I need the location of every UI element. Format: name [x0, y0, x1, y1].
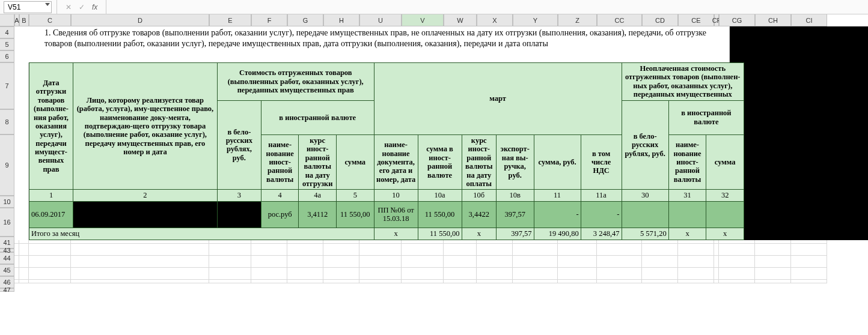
- worksheet: 4567891016414344454647 ABCDEFGHUVWXYZCCC…: [0, 14, 868, 292]
- col-header-X[interactable]: X: [477, 14, 513, 26]
- col-header-U[interactable]: U: [359, 14, 402, 26]
- col-header-W[interactable]: W: [444, 14, 477, 26]
- cell-30[interactable]: [622, 201, 668, 228]
- cell-currency[interactable]: рос.руб: [261, 201, 299, 228]
- confirm-icon[interactable]: ✓: [75, 3, 88, 11]
- cancel-icon[interactable]: ✕: [62, 3, 75, 11]
- column-headers: ABCDEFGHUVWXYZCCCDCECFCGCHCI: [14, 14, 868, 26]
- table-row: 06.09.2017 рос.руб 3,4112 11 550,00 ПП №…: [29, 201, 744, 228]
- cell-vat[interactable]: -: [581, 201, 622, 228]
- col-header-C[interactable]: C: [29, 14, 71, 26]
- cell-32[interactable]: [706, 201, 744, 228]
- col-header-V[interactable]: V: [402, 14, 444, 26]
- row-header-44[interactable]: 44: [0, 252, 14, 264]
- cell-person-redacted[interactable]: [73, 201, 218, 228]
- col-header-CG[interactable]: CG: [719, 14, 755, 26]
- row-header-6[interactable]: 6: [0, 50, 14, 62]
- hdr-month: март: [374, 63, 622, 135]
- row-header-4[interactable]: 4: [0, 26, 14, 38]
- cell-rate-pay[interactable]: 3,4422: [462, 201, 496, 228]
- cell-sum[interactable]: 11 550,00: [336, 201, 374, 228]
- col-header-CH[interactable]: CH: [755, 14, 791, 26]
- cell-export[interactable]: 397,57: [496, 201, 534, 228]
- col-header-Y[interactable]: Y: [513, 14, 558, 26]
- hdr-foreign2: в иностранной валюте: [668, 100, 744, 135]
- hdr-sum: сумма: [336, 135, 374, 190]
- hdr-foreign: в иностранной валюте: [261, 100, 374, 135]
- row-header-47[interactable]: 47: [0, 288, 14, 292]
- col-header-CC[interactable]: CC: [597, 14, 642, 26]
- col-header-H[interactable]: H: [323, 14, 359, 26]
- hdr-sum-foreign: сумма в иност-ранной валюте: [418, 135, 462, 190]
- cell-sum-foreign[interactable]: 11 550,00: [418, 201, 462, 228]
- row-header-45[interactable]: 45: [0, 264, 14, 276]
- row-header-8[interactable]: 8: [0, 109, 14, 134]
- select-all-corner[interactable]: [0, 14, 14, 26]
- row-header-10[interactable]: 10: [0, 196, 14, 208]
- hdr-cost: Стоимость отгруженных товаров (выполненн…: [217, 63, 374, 101]
- hdr-byn: в бело-русских рублях, руб.: [217, 100, 261, 190]
- col-header-Z[interactable]: Z: [558, 14, 597, 26]
- row-header-5[interactable]: 5: [0, 38, 14, 50]
- hdr-rate-pay: курс иност-ранной валюты на дату оплаты: [462, 135, 496, 190]
- formula-bar: V51 ✕ ✓ fx: [0, 0, 868, 14]
- col-header-CD[interactable]: CD: [642, 14, 678, 26]
- hdr-sum2: сумма: [706, 135, 744, 190]
- chevron-down-icon[interactable]: [45, 3, 50, 6]
- row-header-9[interactable]: 9: [0, 134, 14, 196]
- formula-input[interactable]: [111, 1, 868, 13]
- cell-sum-rub[interactable]: -: [534, 201, 581, 228]
- col-header-CE[interactable]: CE: [678, 14, 714, 26]
- col-header-F[interactable]: F: [251, 14, 287, 26]
- cell-31[interactable]: [668, 201, 706, 228]
- col-header-G[interactable]: G: [287, 14, 323, 26]
- hdr-docname: наиме-нование документа, его дата и номе…: [374, 135, 418, 190]
- col-header-D[interactable]: D: [71, 14, 209, 26]
- name-box[interactable]: V51: [4, 1, 52, 13]
- col-header-E[interactable]: E: [209, 14, 251, 26]
- col-header-CF[interactable]: CF: [714, 14, 719, 26]
- document-title: 1. Сведения об отгрузке товаров (выполне…: [29, 26, 729, 62]
- col-header-CI[interactable]: CI: [791, 14, 827, 26]
- hdr-date: Дата отгрузки товаров (выполне-ния работ…: [29, 63, 73, 190]
- total-row: Итого за месяц x 11 550,00 x 397,57 19 4…: [29, 228, 744, 240]
- hdr-vat: в том числе НДС: [581, 135, 622, 190]
- row-header-16[interactable]: 16: [0, 208, 14, 237]
- cell-rate[interactable]: 3,4112: [299, 201, 337, 228]
- row-header-7[interactable]: 7: [0, 62, 14, 109]
- hdr-export: экспорт-ная вы-ручка, руб.: [496, 135, 534, 190]
- hdr-curname2: наиме-нование иност-ранной валюты: [668, 135, 706, 190]
- shipment-table: Дата отгрузки товаров (выполне-ния работ…: [29, 62, 744, 240]
- column-numbers-row: 1 2 3 4 4а 5 10 10а 10б 10в 11 11а 30 31: [29, 190, 744, 201]
- hdr-curname: наиме-нование иност-ранной валюты: [261, 135, 299, 190]
- col-header-A[interactable]: A: [14, 14, 19, 26]
- hdr-sum-rub: сумма, руб.: [534, 135, 581, 190]
- fx-icon[interactable]: fx: [88, 3, 101, 11]
- total-label: Итого за месяц: [29, 228, 374, 240]
- hdr-unpaid: Неоплаченная стоимость отгруженных товар…: [622, 63, 744, 101]
- cell-doc[interactable]: ПП №06 от 15.03.18: [374, 201, 418, 228]
- cell-date[interactable]: 06.09.2017: [29, 201, 73, 228]
- col-header-B[interactable]: B: [19, 14, 29, 26]
- cell-reference: V51: [8, 3, 20, 11]
- hdr-byn2: в бело-русских рублях, руб.: [622, 100, 668, 190]
- cell-byn-redacted[interactable]: [217, 201, 261, 228]
- hdr-rate-ship: курс иност-ранной валюты на дату отгрузк…: [299, 135, 337, 190]
- hdr-person: Лицо, которому реализуется товар (работа…: [73, 63, 218, 190]
